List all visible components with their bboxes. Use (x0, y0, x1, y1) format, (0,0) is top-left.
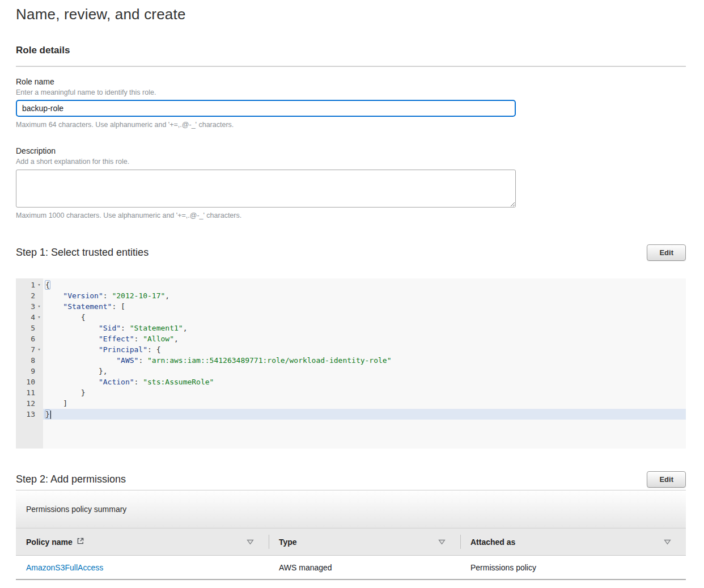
step1-header-row: Step 1: Select trusted entities Edit (16, 244, 686, 261)
role-details-divider (16, 66, 686, 67)
role-name-field: Role name Enter a meaningful name to ide… (16, 77, 686, 129)
code-line[interactable]: } (43, 409, 686, 420)
column-header-policy-name[interactable]: Policy name (16, 528, 269, 555)
name-review-create-page: Name, review, and create Role details Ro… (0, 0, 704, 588)
code-line[interactable]: "Sid": "Statement1", (43, 323, 686, 333)
gutter-line[interactable]: 2 (16, 290, 43, 301)
gutter-line[interactable]: 1▾ (16, 280, 43, 290)
description-hint: Add a short explanation for this role. (16, 158, 686, 166)
table-row: AmazonS3FullAccess AWS managed Permissio… (16, 556, 686, 580)
code-line[interactable]: "Effect": "Allow", (43, 333, 686, 344)
gutter-line[interactable]: 7▾ (16, 344, 43, 355)
code-line[interactable]: } (43, 387, 686, 398)
gutter-line[interactable]: 10 (16, 377, 43, 387)
external-link-icon (77, 537, 84, 547)
step2-header-row: Step 2: Add permissions Edit (16, 471, 686, 488)
code-line[interactable]: "AWS": "arn:aws:iam::541263489771:role/w… (43, 355, 686, 366)
type-column-label: Type (279, 538, 297, 547)
policy-type-cell: AWS managed (269, 556, 460, 579)
description-label: Description (16, 146, 686, 155)
code-line[interactable]: { (43, 280, 686, 290)
permissions-panel-header: Permissions policy summary (16, 490, 686, 528)
role-name-constraint: Maximum 64 characters. Use alphanumeric … (16, 121, 686, 129)
step2-edit-button[interactable]: Edit (647, 471, 686, 488)
code-line[interactable]: ] (43, 398, 686, 409)
gutter-line[interactable]: 8 (16, 355, 43, 366)
step1-edit-button[interactable]: Edit (647, 244, 686, 261)
sort-triangle-icon[interactable] (438, 537, 446, 547)
gutter-line[interactable]: 3▾ (16, 301, 43, 312)
description-textarea[interactable] (16, 170, 516, 208)
permissions-panel-title: Permissions policy summary (26, 505, 126, 514)
role-name-hint: Enter a meaningful name to identify this… (16, 88, 686, 96)
description-constraint: Maximum 1000 characters. Use alphanumeri… (16, 211, 686, 219)
role-name-input[interactable] (16, 100, 516, 117)
gutter-line[interactable]: 9 (16, 366, 43, 377)
policy-name-cell: AmazonS3FullAccess (16, 556, 269, 579)
role-details-heading: Role details (16, 45, 686, 56)
code-line[interactable]: "Principal": { (43, 344, 686, 355)
trust-policy-editor[interactable]: 1▾23▾4▾567▾8910111213 { "Version": "2012… (16, 278, 686, 449)
gutter-line[interactable]: 5 (16, 323, 43, 333)
code-line[interactable]: }, (43, 366, 686, 377)
policy-name-link[interactable]: AmazonS3FullAccess (26, 563, 103, 572)
fold-arrow-icon[interactable]: ▾ (35, 312, 43, 323)
fold-arrow-icon[interactable]: ▾ (35, 280, 43, 290)
gutter-line[interactable]: 12 (16, 398, 43, 409)
column-header-attached-as[interactable]: Attached as (460, 528, 686, 555)
sort-triangle-icon[interactable] (664, 537, 671, 547)
page-title: Name, review, and create (16, 0, 686, 23)
editor-gutter[interactable]: 1▾23▾4▾567▾8910111213 (16, 278, 43, 449)
sort-triangle-icon[interactable] (247, 537, 254, 547)
code-line[interactable]: "Statement": [ (43, 301, 686, 312)
description-field: Description Add a short explanation for … (16, 146, 686, 219)
role-name-label: Role name (16, 77, 686, 86)
gutter-line[interactable]: 4▾ (16, 312, 43, 323)
step2-heading: Step 2: Add permissions (16, 473, 126, 485)
column-header-type[interactable]: Type (269, 528, 460, 555)
code-line[interactable]: { (43, 312, 686, 323)
gutter-line[interactable]: 13 (16, 409, 43, 420)
code-line[interactable]: "Action": "sts:AssumeRole" (43, 377, 686, 387)
permissions-policy-panel: Permissions policy summary Policy name (16, 490, 686, 580)
policy-table-header: Policy name (16, 528, 686, 556)
fold-arrow-icon[interactable]: ▾ (35, 301, 43, 312)
text-cursor (50, 411, 51, 419)
gutter-line[interactable]: 6 (16, 333, 43, 344)
policy-name-column-label: Policy name (26, 538, 73, 547)
attached-as-cell: Permissions policy (460, 556, 686, 579)
fold-arrow-icon[interactable]: ▾ (35, 344, 43, 355)
gutter-line[interactable]: 11 (16, 387, 43, 398)
attached-as-column-label: Attached as (470, 538, 515, 547)
step1-heading: Step 1: Select trusted entities (16, 247, 149, 259)
editor-code[interactable]: { "Version": "2012-10-17", "Statement": … (43, 278, 686, 449)
code-line[interactable]: "Version": "2012-10-17", (43, 290, 686, 301)
